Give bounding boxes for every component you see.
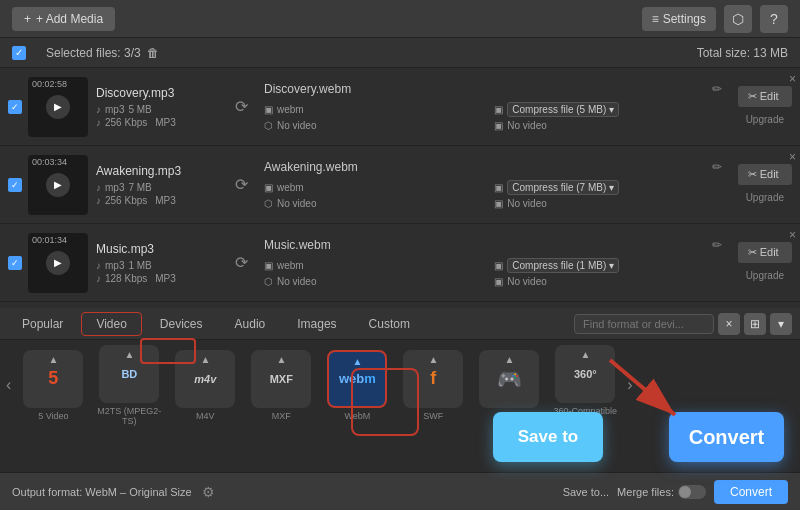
up-arrow-html5: ▲ [48, 354, 58, 365]
play-button-2[interactable]: ▶ [46, 173, 70, 197]
file-list: ✓ 00:02:58 ▶ Discovery.mp3 ♪mp35 MB ♪256… [0, 68, 800, 308]
help-button[interactable]: ? [760, 5, 788, 33]
format-item-ipod[interactable]: ▲ 🎮 iPod [473, 350, 545, 421]
format-item-swf[interactable]: ▲ f SWF [397, 350, 469, 421]
tab-popular[interactable]: Popular [8, 313, 77, 335]
output-name-3: Music.webm [264, 238, 706, 252]
row-actions-1: ✂ Edit Upgrade [738, 86, 792, 128]
select-all-checkbox[interactable]: ✓ [12, 46, 26, 60]
format-item-m4v[interactable]: ▲ m4v M4V [169, 350, 241, 421]
format-label-html5: 5 Video [38, 411, 68, 421]
row-actions-2: ✂ Edit Upgrade [738, 164, 792, 206]
tab-audio[interactable]: Audio [221, 313, 280, 335]
gear-icon[interactable]: ⚙ [202, 484, 215, 500]
plus-icon: + [24, 12, 31, 26]
format-chevron-button[interactable]: ▾ [770, 313, 792, 335]
format-icon-360: ▲ 360° [555, 345, 615, 403]
merge-files-label: Merge files: [617, 485, 706, 499]
close-row-button-3[interactable]: × [789, 228, 796, 242]
mxf-logo: MXF [270, 373, 293, 385]
up-arrow-m4v: ▲ [200, 354, 210, 365]
format-label-webm: WebM [344, 411, 370, 421]
edit-button-2[interactable]: ✂ Edit [738, 164, 792, 185]
row-checkbox-1[interactable]: ✓ [8, 100, 22, 114]
row-checkbox-2[interactable]: ✓ [8, 178, 22, 192]
add-media-label: + Add Media [36, 12, 103, 26]
save-to-label: Save to [518, 427, 578, 447]
format-tabs: Popular Video Devices Audio Images Custo… [0, 308, 800, 340]
tab-images[interactable]: Images [283, 313, 350, 335]
up-arrow-webm: ▲ [352, 356, 362, 367]
upgrade-button-3[interactable]: Upgrade [738, 267, 792, 284]
top-bar: + + Add Media ≡ Settings ⬡ ? [0, 0, 800, 38]
play-button-3[interactable]: ▶ [46, 251, 70, 275]
format-icon-mxf: ▲ MXF [251, 350, 311, 408]
convert-button[interactable]: Convert [669, 412, 784, 462]
thumbnail-1[interactable]: 00:02:58 ▶ [28, 77, 88, 137]
convert-arrow-3: ⟳ [226, 253, 256, 272]
row-actions-3: ✂ Edit Upgrade [738, 242, 792, 284]
clear-search-button[interactable]: × [718, 313, 740, 335]
merge-toggle[interactable] [678, 485, 706, 499]
compress-dropdown-2[interactable]: Compress file (7 MB) ▾ [507, 180, 619, 195]
output-edit-icon-1[interactable]: ✏ [712, 82, 722, 96]
compress-dropdown-3[interactable]: Compress file (1 MB) ▾ [507, 258, 619, 273]
close-row-button-1[interactable]: × [789, 72, 796, 86]
duration-2: 00:03:34 [32, 157, 67, 167]
toggle-knob [679, 486, 691, 498]
format-icon-mgts: ▲ BD [99, 345, 159, 403]
format-item-mxf[interactable]: ▲ MXF MXF [245, 350, 317, 421]
add-media-button[interactable]: + + Add Media [12, 7, 115, 31]
merge-files-text: Merge files: [617, 486, 674, 498]
output-panel-1: Discovery.webm ✏ ▣webm ▣ Compress file (… [256, 78, 730, 135]
format-next-button[interactable]: › [625, 376, 634, 394]
up-arrow-swf: ▲ [428, 354, 438, 365]
upgrade-button-2[interactable]: Upgrade [738, 189, 792, 206]
edit-button-3[interactable]: ✂ Edit [738, 242, 792, 263]
format-item-webm[interactable]: ▲ webm WebM [321, 350, 393, 421]
table-row: ✓ 00:01:34 ▶ Music.mp3 ♪mp31 MB ♪128 Kbp… [0, 224, 800, 302]
output-panel-3: Music.webm ✏ ▣webm ▣ Compress file (1 MB… [256, 234, 730, 291]
share-button[interactable]: ⬡ [724, 5, 752, 33]
format-item-html5[interactable]: ▲ 5 5 Video [17, 350, 89, 421]
play-button-1[interactable]: ▶ [46, 95, 70, 119]
format-icon-webm: ▲ webm [327, 350, 387, 408]
settings-button[interactable]: ≡ Settings [642, 7, 716, 31]
row-checkbox-3[interactable]: ✓ [8, 256, 22, 270]
output-edit-icon-3[interactable]: ✏ [712, 238, 722, 252]
tab-video[interactable]: Video [81, 312, 141, 336]
close-row-button-2[interactable]: × [789, 150, 796, 164]
file-info-3: Music.mp3 ♪mp31 MB ♪128 KbpsMP3 [96, 242, 226, 284]
save-to-bottom-label[interactable]: Save to... [563, 486, 609, 498]
thumbnail-2[interactable]: 00:03:34 ▶ [28, 155, 88, 215]
output-name-2: Awakening.webm [264, 160, 706, 174]
output-edit-icon-2[interactable]: ✏ [712, 160, 722, 174]
convert-arrow-2: ⟳ [226, 175, 256, 194]
tab-devices[interactable]: Devices [146, 313, 217, 335]
thumbnail-3[interactable]: 00:01:34 ▶ [28, 233, 88, 293]
format-icon-ipod: ▲ 🎮 [479, 350, 539, 408]
compress-dropdown-1[interactable]: Compress file (5 MB) ▾ [507, 102, 619, 117]
m4v-logo: m4v [194, 373, 216, 385]
format-grid-button[interactable]: ⊞ [744, 313, 766, 335]
output-format-label: Output format: WebM – Original Size [12, 486, 192, 498]
file-info-2: Awakening.mp3 ♪mp37 MB ♪256 KbpsMP3 [96, 164, 226, 206]
convert-bottom-button[interactable]: Convert [714, 480, 788, 504]
duration-3: 00:01:34 [32, 235, 67, 245]
table-row: ✓ 00:02:58 ▶ Discovery.mp3 ♪mp35 MB ♪256… [0, 68, 800, 146]
delete-icon[interactable]: 🗑 [147, 46, 159, 60]
file-meta-1: ♪mp35 MB ♪256 KbpsMP3 [96, 104, 226, 128]
format-search-input[interactable] [574, 314, 714, 334]
save-to-button[interactable]: Save to [493, 412, 603, 462]
format-label-mgts: M2TS (MPEG2-TS) [93, 406, 165, 426]
swf-logo: f [430, 368, 436, 389]
format-item-mgts[interactable]: ▲ BD M2TS (MPEG2-TS) [93, 345, 165, 426]
360-logo: 360° [574, 368, 597, 380]
format-icon-swf: ▲ f [403, 350, 463, 408]
upgrade-button-1[interactable]: Upgrade [738, 111, 792, 128]
format-label-m4v: M4V [196, 411, 215, 421]
edit-button-1[interactable]: ✂ Edit [738, 86, 792, 107]
format-prev-button[interactable]: ‹ [4, 376, 13, 394]
duration-1: 00:02:58 [32, 79, 67, 89]
tab-custom[interactable]: Custom [355, 313, 424, 335]
